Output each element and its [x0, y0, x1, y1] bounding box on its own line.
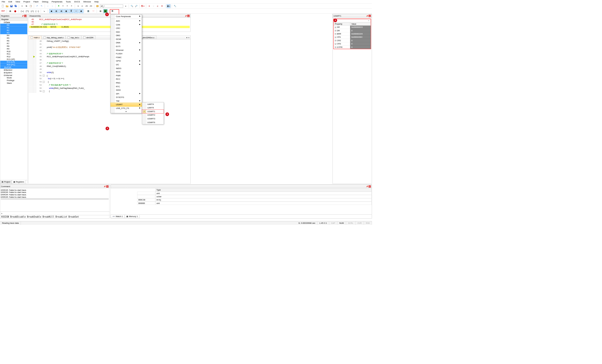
submenu-uart5[interactable]: UART5 [142, 106, 164, 110]
menu-edit[interactable]: Edit [8, 0, 12, 3]
menu-syscfg[interactable]: SYSCFG [111, 96, 142, 99]
submenu-usart2[interactable]: USART2 [142, 113, 164, 117]
tab-close-icon[interactable]: × [188, 36, 189, 39]
bookmark-clear-icon[interactable]: ⚑ [70, 4, 74, 8]
menu-ethernet[interactable]: Ethernet [111, 48, 142, 52]
menu-svcs[interactable]: SVCS [74, 0, 80, 3]
step-into-icon[interactable]: {↘} [20, 9, 24, 13]
find-input[interactable]: ull_i [100, 4, 123, 7]
reg-group-system[interactable]: System [5, 71, 12, 74]
pin-icon[interactable]: 📌 [366, 185, 368, 188]
cut-icon[interactable]: ✂ [20, 4, 24, 8]
breakpoint-enable-icon[interactable]: ○ [152, 4, 155, 8]
menu-tools[interactable]: Tools [66, 0, 71, 3]
reg-group-internal[interactable]: Internal [5, 74, 12, 77]
nav-fwd-icon[interactable]: → [50, 4, 54, 8]
reg-r10[interactable]: R10 [0, 50, 27, 53]
run-to-cursor-icon[interactable]: {→} [35, 9, 39, 13]
trace-window-icon[interactable]: ▤ [98, 9, 103, 13]
redo-icon[interactable]: ↷ [40, 4, 43, 8]
pin-icon[interactable]: 📌 [366, 15, 368, 17]
menu-can[interactable]: CAN [111, 23, 142, 26]
paste-icon[interactable]: 📋 [29, 4, 33, 8]
find-in-files-icon[interactable]: 🔍 [130, 4, 134, 8]
command-window-icon[interactable]: ▣ [49, 9, 54, 13]
serial-window-icon[interactable]: 💻 [86, 9, 91, 13]
menu-pwr[interactable]: PWR [111, 74, 142, 77]
menu-usart[interactable]: USART [111, 103, 142, 107]
reg-group-banked[interactable]: Banked [5, 69, 12, 71]
uncomment-icon[interactable]: //≡ [89, 4, 93, 8]
reg-r5[interactable]: R5 [0, 37, 27, 40]
reg-stack[interactable]: Stack [0, 82, 27, 85]
outdent-icon[interactable]: ⇤ [81, 4, 84, 8]
menu-file[interactable]: File [2, 0, 5, 3]
find-icon[interactable] [96, 4, 99, 8]
menu-dac[interactable]: DAC [111, 30, 142, 34]
usart-dropdown[interactable]: ⌄ [334, 19, 371, 22]
reg-xpsr[interactable]: ⊞xPSR [0, 66, 27, 69]
reg-r1[interactable]: R1 [0, 26, 27, 29]
prop-dr[interactable]: +DR [334, 29, 350, 32]
menu-i2c[interactable]: I2C [111, 63, 142, 67]
menu-peripherals[interactable]: Peripherals [52, 0, 63, 3]
menu-project[interactable]: Project [23, 0, 30, 3]
menu-fsmc[interactable]: FSMC [111, 56, 142, 59]
reg-mode[interactable]: Mode [0, 77, 27, 79]
reg-r13[interactable]: R13 (SP) [0, 58, 27, 61]
watch-grid[interactable]: Name Value Type uintuchar000C38int f()00… [111, 188, 372, 215]
reg-r7[interactable]: R7 [0, 42, 27, 45]
menu-debug[interactable]: Debug [42, 0, 48, 3]
menu-dcmi[interactable]: DCMI [111, 37, 142, 41]
menu-rtc[interactable]: RTC [111, 85, 142, 88]
prop-gtpr[interactable]: +GTPR [334, 46, 350, 49]
menu-usb_otg_fs[interactable]: USB_OTG_FS [111, 107, 142, 110]
find-dropdown[interactable] [124, 4, 127, 8]
close-icon[interactable]: × [24, 15, 27, 17]
menu-nvic[interactable]: NVIC [111, 70, 142, 74]
save-all-icon[interactable] [14, 4, 18, 8]
reg-r9[interactable]: R9 [0, 47, 27, 50]
stop-icon[interactable]: ⬤ [13, 9, 17, 13]
disasm-body[interactable]: 45: RCC_AHB2PeriphClockCmd(RCC_AHB2Perip… [29, 18, 190, 29]
step-over-icon[interactable]: {↷} [25, 9, 29, 13]
tab-memory1[interactable]: ▦ Memory 1 [125, 215, 140, 218]
menu-more-icon[interactable]: ▾ [111, 110, 142, 113]
breakpoint-disable-icon[interactable]: ◐ [156, 4, 160, 8]
submenu-uart4[interactable]: UART4 [142, 102, 164, 106]
close-icon[interactable]: × [368, 185, 371, 188]
reg-r4[interactable]: R4 [0, 34, 27, 37]
watch-window-icon[interactable]: 👓 [74, 9, 78, 13]
new-file-icon[interactable] [1, 4, 5, 8]
registers-window-icon[interactable]: ▦ [64, 9, 69, 13]
run-icon[interactable]: ▤ [8, 9, 12, 13]
menu-dbg[interactable]: DBG [111, 34, 142, 37]
submenu-usart6[interactable]: USART6 [142, 120, 164, 124]
menu-exti[interactable]: EXTI [111, 45, 142, 48]
pin-icon[interactable]: 📌 [185, 15, 187, 17]
undo-icon[interactable]: ↶ [35, 4, 39, 8]
reg-r12[interactable]: R12 [0, 55, 27, 58]
menu-tim[interactable]: TIM [111, 99, 142, 103]
save-icon[interactable] [10, 4, 13, 8]
pin-icon[interactable]: 📌 [104, 185, 106, 188]
reg-r3[interactable]: R3 [0, 32, 27, 34]
bookmark-prev-icon[interactable]: ⚑ [61, 4, 65, 8]
code-tab-stm32[interactable]: stm32f4 [81, 36, 96, 39]
tab-project[interactable]: ▤ Project [0, 180, 12, 184]
bookmark-next-icon[interactable]: ⚑ [66, 4, 69, 8]
menu-view[interactable]: View [16, 0, 20, 3]
menu-dma[interactable]: DMA [111, 41, 142, 45]
reg-r2[interactable]: R2 [0, 29, 27, 32]
prop-sr[interactable]: +SR [334, 26, 350, 29]
open-folder-icon[interactable] [5, 4, 9, 8]
code-tab-led[interactable]: bsp_led.c [66, 36, 81, 39]
menu-spi[interactable]: SPI [111, 92, 142, 96]
code-tab-usart[interactable]: bsp_debug_usart.c [42, 36, 66, 39]
reg-r14[interactable]: R14 (LR) [0, 61, 27, 63]
prop-cr1[interactable]: +CR1 [334, 36, 350, 39]
window-layout-icon[interactable]: ▦ [167, 4, 171, 8]
menu-window[interactable]: Window [83, 0, 91, 3]
tab-list-icon[interactable]: ▾ [186, 36, 187, 39]
menu-rng[interactable]: RNG [111, 81, 142, 85]
